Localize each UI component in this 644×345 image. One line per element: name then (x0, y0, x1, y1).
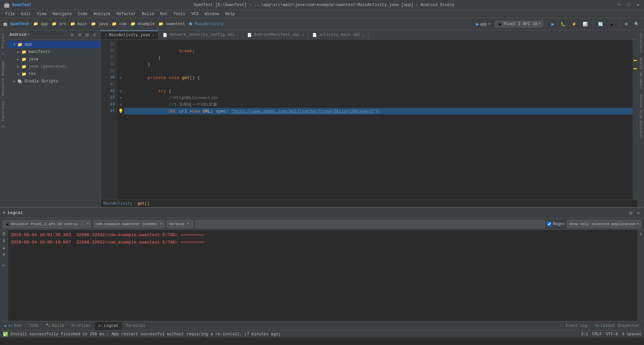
line-38: 38 (101, 61, 117, 68)
menu-navigate[interactable]: Navigate (50, 11, 74, 17)
line-separator[interactable]: CRLF (592, 332, 602, 337)
menu-tools[interactable]: Tools (171, 11, 188, 17)
profile-button[interactable]: 📊 (581, 20, 590, 28)
fold-40[interactable]: ▽ (118, 75, 123, 80)
encoding[interactable]: UTF-8 (606, 332, 618, 337)
breadcrumb-mainactivity[interactable]: MainActivity (103, 201, 132, 206)
menu-run[interactable]: Run (157, 11, 170, 17)
menu-file[interactable]: File (3, 11, 18, 17)
device-selector[interactable]: 📱 Pixel 2 API 30 ▼ (495, 21, 543, 27)
tree-item-app[interactable]: ▼ 📁 app (7, 41, 100, 48)
logcat-settings-button[interactable]: ⚙ (628, 210, 634, 216)
indent[interactable]: 4 spaces (622, 332, 641, 337)
tab-close-network[interactable]: ✕ (236, 33, 239, 37)
layout-inspector-tab[interactable]: Ta Layout Inspector (592, 322, 643, 330)
search-everywhere[interactable]: 🔍 (632, 20, 641, 28)
menu-view[interactable]: View (34, 11, 49, 17)
logcat-content: 🗑 ⬇ ▲ ▼ ↵ 2020-08-04 10:01:30.363 32606-… (0, 230, 644, 321)
menu-edit[interactable]: Edit (18, 11, 34, 17)
panel-close-button[interactable]: ✕ (92, 32, 98, 38)
menu-vcs[interactable]: VCS (189, 11, 202, 17)
fold-43[interactable]: ▽ (118, 95, 123, 100)
profiler-tab[interactable]: Profiler (68, 322, 94, 330)
tab-activity-main[interactable]: 📄 activity_main.xml ✕ (308, 30, 369, 39)
run-config-button[interactable]: ▶ app ▼ (474, 20, 493, 28)
tree-item-java[interactable]: ▶ 📁 java (7, 56, 100, 63)
breadcrumb-main[interactable]: 📁 main (70, 21, 87, 26)
logcat-close-button[interactable]: ✕ (635, 210, 641, 216)
menu-help[interactable]: Help (222, 11, 237, 17)
breadcrumb-root[interactable]: 🤖 SwanTest (3, 21, 30, 26)
breadcrumb-src[interactable]: 📁 src (52, 21, 66, 26)
logcat-device-selector[interactable]: 📱 Emulator Pixel_2_API_30 Androi... ▼ (3, 220, 91, 228)
panel-add-button[interactable]: ⊕ (69, 32, 75, 38)
breadcrumb-example[interactable]: 📁 example (130, 21, 155, 26)
close-button[interactable]: ✕ (635, 2, 641, 8)
logcat-search-input[interactable] (196, 220, 545, 228)
fold-44[interactable]: ▽ (118, 102, 123, 107)
window-controls[interactable]: ─ □ ✕ (616, 2, 641, 8)
scroll-to-end-button[interactable]: ⬇ (2, 238, 6, 243)
event-log-tab[interactable]: Event Log (562, 322, 591, 330)
cursor-position[interactable]: 3:1 (581, 332, 588, 337)
breadcrumb-get[interactable]: get() (138, 201, 150, 206)
soft-wrap-button[interactable]: ↵ (2, 263, 6, 268)
tree-item-res[interactable]: ▶ 📁 res (7, 70, 100, 78)
show-only-selector[interactable]: Show only selected application ▼ (567, 220, 641, 228)
tree-item-java-generated[interactable]: ▶ 📁 java (generated) (7, 63, 100, 70)
menu-build[interactable]: Build (139, 11, 157, 17)
tab-androidmanifest[interactable]: 📄 AndroidManifest.xml ✕ (243, 30, 308, 39)
breadcrumb-java[interactable]: 📁 java (91, 21, 108, 26)
run-tab[interactable]: ▶ 4: Run (1, 322, 24, 330)
menu-code[interactable]: Code (75, 11, 90, 17)
tab-close-mainactivity[interactable]: ✕ (152, 33, 154, 38)
run-with-coverage[interactable]: ⚡ (570, 20, 579, 28)
project-tree: ▼ 📁 app ▶ 📁 manifests ▶ 📁 java ▶ 📁 java (7, 40, 100, 207)
menu-analyze[interactable]: Analyze (91, 11, 113, 17)
structure-tab[interactable]: Structure (638, 30, 644, 55)
tab-network-security[interactable]: 📄 network_security_config.xml ✕ (159, 30, 243, 39)
resource-manager-tab[interactable]: Resource Manager (0, 58, 6, 98)
code-line-44: //1.实例化一个URL对象 (124, 101, 633, 108)
down-button[interactable]: ▼ (2, 252, 6, 257)
tree-item-manifests[interactable]: ▶ 📁 manifests (7, 48, 100, 56)
debug-button[interactable]: 🐛 (558, 20, 568, 28)
device-file-explorer-tab[interactable]: Device File Explorer (638, 92, 644, 141)
code-editor[interactable]: break; } } private void get() { (124, 40, 633, 200)
menu-refactor[interactable]: Refactor (114, 11, 139, 17)
tab-mainactivity[interactable]: J MainActivity.java ✕ (101, 30, 159, 39)
tab-close-activity[interactable]: ✕ (362, 33, 365, 37)
breadcrumb-com[interactable]: 📁 com (112, 21, 126, 26)
menu-window[interactable]: Window (202, 11, 222, 17)
sync-button[interactable]: 🔄 (596, 20, 605, 28)
regex-checkbox[interactable] (547, 222, 551, 226)
minimize-button[interactable]: ─ (616, 2, 622, 8)
sdk-manager[interactable]: ⚙ (623, 20, 630, 28)
panel-expand-button[interactable]: ⊞ (84, 32, 90, 38)
line-45: 45 (101, 108, 117, 115)
fold-42[interactable]: ▽ (118, 89, 123, 93)
bulb-45[interactable]: 💡 (118, 109, 123, 114)
todo-tab[interactable]: TODO (25, 322, 42, 330)
project-tab[interactable]: 1: Project (0, 30, 6, 58)
editor-scrollbar[interactable] (633, 40, 637, 200)
maximize-button[interactable]: □ (626, 2, 631, 8)
build-variants-tab[interactable]: Build Variants (638, 55, 644, 91)
tree-item-gradle[interactable]: ▶ 🐘 Gradle Scripts (7, 78, 100, 85)
tab-close-manifest[interactable]: ✕ (302, 33, 304, 37)
logcat-package-selector[interactable]: com.example.swantest (32606) ▼ (93, 220, 165, 228)
favorites-tab[interactable]: 2: Favorites (0, 98, 6, 130)
breadcrumb-mainactivity[interactable]: ⬟ MainActivity (189, 21, 224, 26)
run-button[interactable]: ▶ (549, 20, 556, 28)
panel-settings-button[interactable]: ⚙ (76, 32, 83, 38)
avd-manager[interactable]: 📱 (607, 20, 616, 28)
clear-logcat-button[interactable]: 🗑 (2, 231, 6, 236)
breadcrumb-swantest[interactable]: 📁 swantest (158, 21, 185, 26)
build-tab[interactable]: 🔨 Build (42, 322, 67, 330)
terminal-tab[interactable]: Terminal (122, 322, 149, 330)
logcat-tab[interactable]: 6: Logcat (95, 322, 122, 330)
logcat-level-selector[interactable]: Verbose ▼ (167, 220, 194, 228)
log-entry-1: 2020-08-04 10:01:30.363 32606-32642/com.… (11, 231, 635, 238)
breadcrumb-app[interactable]: 📁 app (33, 21, 48, 26)
up-button[interactable]: ▲ (2, 245, 6, 250)
